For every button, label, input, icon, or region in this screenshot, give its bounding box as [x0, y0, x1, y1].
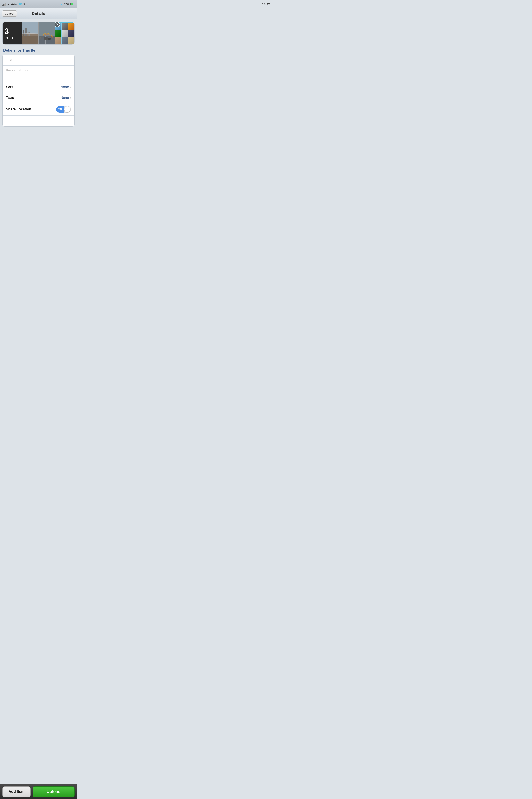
svg-rect-10 [44, 37, 48, 40]
photo-thumb-2[interactable] [39, 22, 55, 44]
location-arrow-icon: ▲ [60, 3, 63, 5]
toggle-off-area [64, 106, 71, 113]
signal-bar-4 [5, 3, 6, 5]
sets-chevron-icon: › [70, 85, 71, 89]
tags-value-container[interactable]: None › [60, 96, 71, 100]
collage-cell-5 [61, 30, 68, 37]
cancel-button[interactable]: Cancel [2, 11, 17, 17]
photo-count-label: Items [4, 35, 13, 40]
collage-cell-6 [68, 30, 74, 37]
collage-cell-2 [61, 23, 68, 30]
loading-spinner-icon: ✳ [23, 2, 25, 6]
page-title: Details [32, 11, 45, 16]
content-spacer [2, 131, 75, 147]
signal-bar-2 [3, 4, 4, 5]
collage-cell-9 [68, 37, 74, 44]
form-card: Sets None › Tags None › Share Location O… [2, 55, 75, 127]
nav-bar: Cancel Details [0, 8, 77, 19]
tags-field[interactable]: Tags None › [3, 92, 74, 103]
tags-chevron-icon: › [70, 96, 71, 99]
sets-value: None [60, 85, 69, 89]
share-location-toggle[interactable]: ON [56, 106, 71, 113]
share-location-label: Share Location [6, 107, 31, 111]
photo-strip: 3 Items [2, 22, 75, 44]
description-field[interactable] [3, 66, 74, 82]
photo-count-number: 3 [4, 27, 9, 35]
collage-cell-8 [61, 37, 68, 44]
status-left: movistar 3G ✳ [2, 2, 25, 6]
signal-bar-3 [4, 4, 5, 5]
status-bar: movistar 3G ✳ 15:42 ▲ 57% [0, 0, 77, 8]
toggle-on-label: ON [56, 106, 64, 113]
svg-rect-6 [22, 36, 39, 44]
tags-label: Tags [6, 96, 14, 100]
signal-bar-1 [2, 5, 3, 5]
svg-rect-3 [25, 28, 27, 36]
signal-bars [2, 3, 6, 5]
upload-button[interactable]: Upload [33, 786, 75, 797]
sky-photo-1-bg [22, 22, 39, 44]
svg-rect-4 [28, 32, 30, 36]
photo-collage[interactable]: ✕ [55, 22, 74, 44]
battery-fill [71, 3, 73, 5]
collage-cell-7 [55, 37, 61, 44]
bottom-toolbar: Add Item Upload [0, 784, 77, 799]
toggle-thumb [64, 106, 70, 112]
sets-label: Sets [6, 85, 13, 89]
main-content: 3 Items [0, 19, 77, 150]
svg-rect-11 [48, 38, 51, 40]
description-input[interactable] [6, 68, 71, 79]
status-right: ▲ 57% [60, 3, 75, 6]
collage-cell-4 [55, 30, 61, 37]
add-item-button[interactable]: Add Item [2, 786, 31, 797]
close-icon: ✕ [56, 23, 58, 26]
network-label: 3G [18, 3, 22, 6]
battery-percent: 57% [64, 3, 69, 6]
battery-icon [70, 3, 75, 5]
title-input[interactable] [6, 58, 71, 62]
title-field[interactable] [3, 55, 74, 66]
tags-value: None [60, 96, 69, 100]
partial-row [3, 116, 74, 126]
collage-cell-3 [68, 23, 74, 30]
photo-count-item: 3 Items [3, 22, 22, 44]
sets-field[interactable]: Sets None › [3, 82, 74, 92]
carrier-label: movistar [6, 3, 18, 6]
section-header: Details for This Item [2, 48, 75, 53]
sets-value-container[interactable]: None › [60, 85, 71, 89]
share-location-field: Share Location ON [3, 103, 74, 116]
sky-photo-2-bg [39, 22, 55, 44]
photo-thumb-1[interactable] [22, 22, 39, 44]
